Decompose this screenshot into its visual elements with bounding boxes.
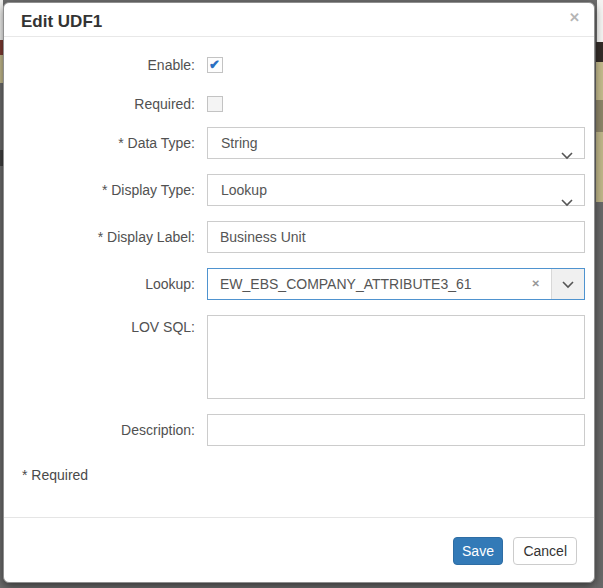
check-icon: ✔ bbox=[209, 56, 220, 74]
dialog-body: Enable: ✔ Required: * Data Type: String bbox=[4, 37, 594, 483]
save-button[interactable]: Save bbox=[453, 537, 503, 565]
lookup-label: Lookup: bbox=[19, 268, 207, 300]
description-row: Description: bbox=[19, 414, 585, 446]
chevron-down-icon bbox=[561, 140, 573, 170]
enable-label: Enable: bbox=[19, 57, 207, 73]
dialog-header: Edit UDF1 ✕ bbox=[4, 3, 594, 37]
background-fragment bbox=[596, 132, 603, 202]
required-label: Required: bbox=[19, 96, 207, 112]
display-type-selected-value: Lookup bbox=[221, 182, 267, 198]
lookup-input[interactable] bbox=[208, 269, 524, 299]
cancel-button[interactable]: Cancel bbox=[513, 537, 577, 565]
background-fragment bbox=[597, 0, 603, 42]
clear-icon[interactable]: ✕ bbox=[524, 277, 551, 291]
lookup-combobox: ✕ bbox=[207, 268, 585, 300]
description-label: Description: bbox=[19, 414, 207, 446]
background-fragment bbox=[596, 202, 603, 588]
required-checkbox[interactable] bbox=[207, 96, 223, 112]
lookup-dropdown-button[interactable] bbox=[551, 269, 584, 299]
chevron-down-icon bbox=[561, 187, 573, 217]
required-row: Required: bbox=[19, 96, 585, 112]
data-type-label: * Data Type: bbox=[19, 127, 207, 159]
enable-checkbox[interactable]: ✔ bbox=[207, 57, 223, 73]
enable-row: Enable: ✔ bbox=[19, 57, 585, 73]
dialog-footer: Save Cancel bbox=[4, 517, 594, 582]
lov-sql-textarea[interactable] bbox=[207, 315, 585, 399]
chevron-down-icon bbox=[562, 275, 574, 293]
lookup-row: Lookup: ✕ bbox=[19, 268, 585, 300]
display-label-row: * Display Label: bbox=[19, 221, 585, 253]
lov-sql-row: LOV SQL: bbox=[19, 315, 585, 399]
data-type-row: * Data Type: String bbox=[19, 127, 585, 159]
display-type-select[interactable]: Lookup bbox=[207, 174, 585, 206]
description-input[interactable] bbox=[207, 414, 585, 446]
data-type-select[interactable]: String bbox=[207, 127, 585, 159]
dialog-title: Edit UDF1 bbox=[21, 10, 579, 34]
background-fragment bbox=[596, 42, 603, 62]
page-background: Edit UDF1 ✕ Enable: ✔ Required: * Data T bbox=[0, 0, 603, 588]
edit-udf-dialog: Edit UDF1 ✕ Enable: ✔ Required: * Data T bbox=[3, 2, 595, 583]
display-type-label: * Display Type: bbox=[19, 174, 207, 206]
display-label-label: * Display Label: bbox=[19, 221, 207, 253]
data-type-selected-value: String bbox=[221, 135, 258, 151]
required-note: * Required bbox=[22, 467, 585, 483]
display-type-row: * Display Type: Lookup bbox=[19, 174, 585, 206]
background-fragment bbox=[596, 62, 603, 100]
lov-sql-label: LOV SQL: bbox=[19, 315, 207, 399]
display-label-input[interactable] bbox=[207, 221, 585, 253]
close-icon[interactable]: ✕ bbox=[569, 10, 580, 26]
background-fragment bbox=[596, 100, 603, 132]
